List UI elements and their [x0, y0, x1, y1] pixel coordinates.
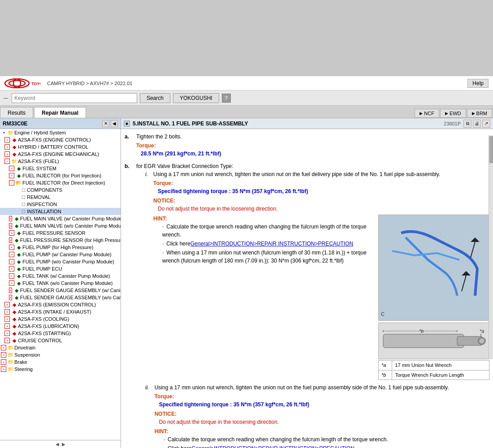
yokogushi-button[interactable]: YOKOGUSHI: [173, 93, 219, 103]
tree-item-lubrication[interactable]: + ◆ A2SA-FXS (LUBRICATION): [0, 323, 121, 330]
tree-label: FUEL PUMP ECU: [22, 266, 62, 271]
sidebar-bottom: ◀ ▶: [0, 440, 121, 448]
tree-label: FUEL PUMP (w/o Canister Pump Module): [22, 259, 114, 264]
tree-item-brake[interactable]: + 📁 Brake: [0, 358, 121, 366]
expand-icon[interactable]: +: [4, 331, 10, 336]
tree-item-fuel-main-valve-w[interactable]: + ◆ FUEL MAIN VALVE (w/ Canister Pump Mo…: [0, 215, 121, 222]
close-button[interactable]: ✕: [102, 120, 109, 127]
expand-icon[interactable]: +: [9, 259, 14, 264]
svg-text:*a: *a: [480, 328, 484, 334]
tree-item-drivetrain[interactable]: + 📁 Drivetrain: [0, 344, 121, 351]
tree-item-components[interactable]: ☐ COMPONENTS: [0, 186, 121, 194]
back-button[interactable]: ◀: [111, 120, 118, 127]
tree-item-fuel-pump-ecu[interactable]: + ◆ FUEL PUMP ECU: [0, 265, 121, 272]
tree-item-cooling[interactable]: + ◆ A2SA-FXS (COOLING): [0, 315, 121, 323]
expand-icon[interactable]: +: [1, 366, 6, 372]
tree-item-removal[interactable]: ☐ REMOVAL: [0, 194, 121, 201]
expand-icon[interactable]: +: [9, 280, 14, 286]
tree-item-starting[interactable]: + ◆ A2SA-FXS (STARTING): [0, 330, 121, 337]
expand-icon[interactable]: +: [4, 144, 10, 150]
content-header-icon: ■: [124, 121, 130, 127]
tree-item-fuel-system[interactable]: + ◆ FUEL SYSTEM: [0, 165, 121, 172]
content-btn-print[interactable]: 🖨: [473, 120, 481, 128]
tree-toggle: ▾: [1, 129, 7, 136]
expand-icon[interactable]: +: [4, 323, 10, 329]
expand-icon[interactable]: +: [4, 137, 10, 142]
tree-item-fuel-injector-direct[interactable]: − 📂 FUEL INJECTOR (for Direct Injection): [0, 179, 121, 186]
content-btn-expand[interactable]: ↗: [482, 120, 490, 128]
tree-item-fuel-pressure-sensor-hp[interactable]: + ◆ FUEL PRESSURE SENSOR (for High Press…: [0, 237, 121, 244]
tree-item-intake[interactable]: + ◆ A2SA-FXS (INTAKE / EXHAUST): [0, 308, 121, 315]
content-btn-copy[interactable]: ⧉: [463, 120, 471, 128]
tree-item-fuel-tank-w[interactable]: + ◆ FUEL TANK (w/ Canister Pump Module): [0, 272, 121, 280]
expand-icon[interactable]: +: [9, 237, 12, 243]
tab-results[interactable]: Results: [0, 107, 33, 118]
tree-item-suspension[interactable]: + 📁 Suspension: [0, 351, 121, 358]
prev-button[interactable]: ◀: [56, 442, 59, 447]
folder-green-icon: ◆: [13, 215, 20, 222]
scrollbar-thumb[interactable]: [489, 136, 493, 163]
tree-item-fuel-sender-wo[interactable]: + ◆ FUEL SENDER GAUGE ASSEMBLY (w/o Cani…: [0, 294, 121, 301]
expand-icon[interactable]: +: [9, 230, 14, 236]
folder-red-icon: ◆: [11, 309, 17, 315]
label-key-b: *b: [379, 370, 392, 380]
expand-icon[interactable]: +: [9, 288, 12, 293]
tab-ncf[interactable]: NCF: [415, 109, 439, 118]
expand-icon[interactable]: +: [9, 266, 14, 271]
collapse-icon[interactable]: −: [9, 180, 14, 185]
tab-repair-manual[interactable]: Repair Manual: [34, 107, 86, 118]
expand-icon[interactable]: +: [1, 359, 6, 365]
tree-item-cruise-control[interactable]: + ◆ CRUISE CONTROL: [0, 337, 121, 344]
folder-green-icon: ◆: [16, 230, 22, 236]
tree-item-installation[interactable]: ☐ INSTALLATION: [0, 208, 121, 215]
tree-item-steering[interactable]: + 📁 Steering: [0, 366, 121, 373]
content-pane: ■ 5.INSTALL NO. 1 FUEL PIPE SUB-ASSEMBLY…: [121, 118, 493, 448]
search-button[interactable]: Search: [140, 93, 170, 103]
tree-item-engine-control[interactable]: + ◆ A2SA-FXS (ENGINE CONTROL): [0, 136, 121, 143]
expand-icon[interactable]: +: [4, 338, 10, 343]
tree-label: FUEL PUMP (w/ Canister Pump Module): [22, 252, 112, 257]
expand-icon[interactable]: +: [9, 273, 14, 279]
tree-item-fuel-injector-port[interactable]: + ◆ FUEL INJECTOR (for Port Injection): [0, 172, 121, 179]
expand-icon[interactable]: +: [9, 245, 14, 250]
expand-icon[interactable]: +: [9, 223, 12, 228]
expand-icon[interactable]: +: [4, 316, 10, 322]
expand-icon[interactable]: +: [9, 173, 14, 178]
expand-icon[interactable]: +: [9, 295, 12, 300]
expand-icon[interactable]: +: [4, 151, 10, 157]
search-input[interactable]: [12, 93, 137, 103]
expand-icon[interactable]: +: [9, 252, 14, 257]
tree-item-fuel-pump-hp[interactable]: + ◆ FUEL PUMP (for High Pressure): [0, 244, 121, 251]
scrollbar-track[interactable]: [489, 135, 493, 359]
expand-icon[interactable]: +: [4, 302, 10, 307]
expand-icon[interactable]: +: [4, 309, 10, 314]
tree-item-fuel-pump-wo[interactable]: + ◆ FUEL PUMP (w/o Canister Pump Module): [0, 258, 121, 265]
expand-icon[interactable]: +: [9, 216, 12, 221]
expand-icon[interactable]: +: [1, 345, 6, 350]
top-area: [0, 0, 493, 76]
tab-brm[interactable]: BRM: [467, 109, 492, 118]
help-button[interactable]: Help: [467, 79, 489, 88]
tree-item-fuel[interactable]: − 📁 A2SA-FXS (FUEL): [0, 158, 121, 165]
tree-item-engine-mechanical[interactable]: + ◆ A2SA-FXS (ENGINE MECHANICAL): [0, 151, 121, 158]
tree-item-emission[interactable]: + ◆ A2SA-FXS (EMISSION CONTROL): [0, 301, 121, 308]
tree-item-engine-hybrid[interactable]: ▾ 📁 Engine / Hybrid System: [0, 129, 121, 136]
tree-item-fuel-tank-wo[interactable]: + ◆ FUEL TANK (w/o Canister Pump Module): [0, 280, 121, 287]
step-b-i-torque: Torque: Specified tightening torque : 35…: [153, 179, 489, 195]
tree-label: Steering: [14, 366, 33, 372]
tree-item-fuel-main-valve-wo[interactable]: + ◆ FUEL MAIN VALVE (w/o Canister Pump M…: [0, 222, 121, 229]
folder-green-icon: ◆: [16, 266, 22, 272]
tree-item-fuel-pressure-sensor[interactable]: + ◆ FUEL PRESSURE SENSOR: [0, 229, 121, 237]
tree-item-inspection[interactable]: ☐ INSPECTION: [0, 201, 121, 208]
tab-ewd[interactable]: EWD: [440, 109, 466, 118]
expand-icon[interactable]: +: [1, 352, 6, 358]
tree-item-fuel-sender-w[interactable]: + ◆ FUEL SENDER GAUGE ASSEMBLY (w/ Canis…: [0, 287, 121, 294]
next-button[interactable]: ▶: [62, 442, 65, 447]
question-icon[interactable]: ?: [222, 94, 231, 103]
minus-icon[interactable]: ─: [4, 95, 8, 102]
collapse-icon[interactable]: −: [4, 159, 10, 164]
tree-item-hybrid-battery[interactable]: + ◆ HYBRID / BATTERY CONTROL: [0, 143, 121, 151]
folder-green-icon: ◆: [13, 294, 20, 301]
expand-icon[interactable]: +: [9, 166, 14, 171]
tree-item-fuel-pump-w[interactable]: + ◆ FUEL PUMP (w/ Canister Pump Module): [0, 251, 121, 258]
